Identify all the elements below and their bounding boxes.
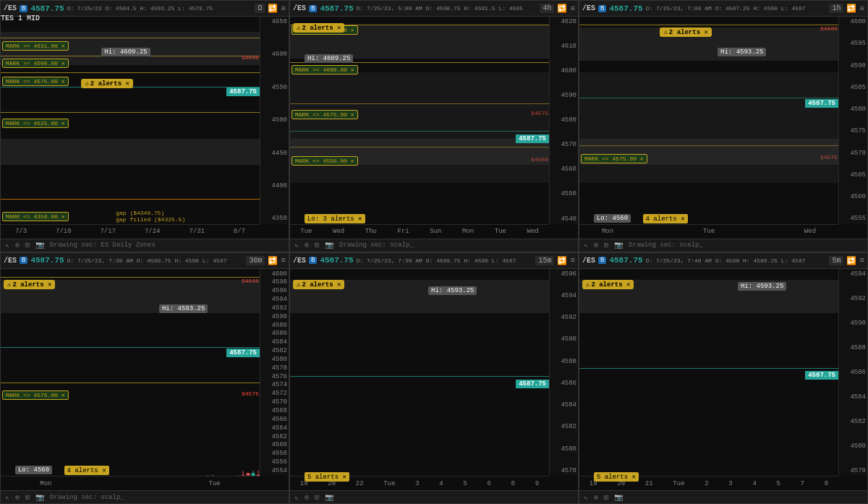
hi-lo-label-p4-0: Hi: 4593.25 xyxy=(159,304,208,313)
price-tick: 4590 xyxy=(841,62,866,69)
details-p3: D: 7/25/23, 7:00 AM O: 4587.25 H: 4590 L… xyxy=(646,5,827,12)
camera-icon[interactable]: 📷 xyxy=(325,241,333,249)
timeframe-p1[interactable]: D xyxy=(255,4,265,13)
chart-panel-p6: /ES B 4587.75 D: 7/25/23, 7:40 AM O: 458… xyxy=(579,252,868,505)
current-price-badge-p6: 4587.75 xyxy=(805,371,838,380)
timeframe-p6[interactable]: 5m xyxy=(829,256,843,265)
price-tick: 4580 xyxy=(841,106,866,113)
menu-icon-p5[interactable]: ≡ xyxy=(570,256,575,265)
chart-body-p1: 46504600455045004450440043504587.75MARK … xyxy=(1,17,289,239)
price-tick: 4582 xyxy=(551,423,576,430)
menu-icon-p3[interactable]: ≡ xyxy=(859,4,864,13)
price-tick: 4595 xyxy=(841,40,866,47)
cursor-icon[interactable]: ↖ xyxy=(5,241,9,249)
price-p6: 4587.75 xyxy=(609,256,642,265)
sync-icon-p3[interactable]: 🔁 xyxy=(846,4,856,13)
mark-label-p1-3[interactable]: MARK <= 4525.00 ✕ xyxy=(2,119,69,128)
sync-icon-p5[interactable]: 🔁 xyxy=(557,256,567,265)
current-price-badge-p1: 4587.75 xyxy=(226,87,260,96)
price-tick: 4560 xyxy=(262,441,287,448)
symbol-p1: /ES xyxy=(4,4,17,12)
cursor-icon[interactable]: ↖ xyxy=(294,493,299,502)
zoom-icon[interactable]: ⊞ xyxy=(604,241,608,249)
timeframe-p5[interactable]: 15m xyxy=(535,256,554,265)
camera-icon[interactable]: 📷 xyxy=(35,493,44,502)
mark-label-p1-1[interactable]: MARK >= 4600.00 ✕ xyxy=(2,59,69,68)
time-tick: 7/10 xyxy=(56,228,72,235)
price-line xyxy=(1,383,260,383)
price-tick: 4574 xyxy=(262,381,287,388)
time-tick: 3 xyxy=(415,480,419,487)
price-line xyxy=(579,25,838,25)
camera-icon[interactable]: 📷 xyxy=(614,493,623,502)
cursor-icon[interactable]: ↖ xyxy=(584,493,588,502)
timeframe-p4[interactable]: 30m xyxy=(246,256,265,265)
price-tick: 4500 xyxy=(262,116,287,124)
alert-tag-p5-0[interactable]: ⚠ 2 alerts ✕ xyxy=(293,280,344,289)
menu-icon-p1[interactable]: ≡ xyxy=(281,4,286,13)
mark-label-p4-0[interactable]: MARK <= 4575.00 ✕ xyxy=(2,390,69,400)
time-axis-p3: MonTueWed xyxy=(579,224,838,239)
chart-panel-p1: /ES B 4587.75 D: 7/25/23 O: 4584.5 H: 45… xyxy=(0,0,289,252)
alert-tag-p4-0[interactable]: ⚠ 2 alerts ✕ xyxy=(4,280,55,289)
chart-body-p4: 4600459845964594459245904588458645844582… xyxy=(1,269,289,491)
zoom-icon[interactable]: ⊞ xyxy=(25,493,30,502)
mark-label-p3-0[interactable]: MARK <= 4575.00 ✕ xyxy=(581,154,647,163)
price-tick: 4594 xyxy=(841,270,866,278)
current-price-badge-p3: 4587.75 xyxy=(805,99,838,108)
price-tick: 4558 xyxy=(262,450,287,457)
camera-icon[interactable]: 📷 xyxy=(35,241,44,249)
zoom-icon[interactable]: ⊞ xyxy=(25,241,30,249)
crosshair-icon[interactable]: ⊕ xyxy=(594,241,598,249)
price-tick: 4400 xyxy=(262,182,287,189)
mark-label-p2-2[interactable]: MARK <= 4575.00 ✕ xyxy=(292,110,358,119)
price-tick: 4580 xyxy=(551,445,576,453)
price-tick: 4562 xyxy=(262,433,287,440)
crosshair-icon[interactable]: ⊕ xyxy=(15,241,20,249)
alert-tag-p3-0[interactable]: ⚠ 2 alerts ✕ xyxy=(660,27,711,37)
toolbar-label: Drawing sec: scalp_ xyxy=(339,242,414,249)
zoom-icon[interactable]: ⊞ xyxy=(315,493,319,502)
price-scale-p3: 4600459545904585458045754570456545604555 xyxy=(838,17,867,224)
toolbar-p5: ↖ ⊕ ⊞ 📷 xyxy=(290,490,578,503)
crosshair-icon[interactable]: ⊕ xyxy=(594,493,598,502)
mark-label-p1-0[interactable]: MARK >= 4631.00 ✕ xyxy=(2,41,69,51)
price-tick: 4578 xyxy=(841,467,866,474)
camera-icon[interactable]: 📷 xyxy=(614,241,623,249)
time-tick: 4 xyxy=(752,480,756,487)
timeframe-p3[interactable]: 1h xyxy=(829,4,843,13)
crosshair-icon[interactable]: ⊕ xyxy=(305,493,309,502)
menu-icon-p2[interactable]: ≡ xyxy=(570,4,575,13)
camera-icon[interactable]: 📷 xyxy=(325,493,333,502)
alert-tag-p6-0[interactable]: ⚠ 2 alerts ✕ xyxy=(582,280,634,289)
price-tick: 4620 xyxy=(551,18,576,25)
cursor-icon[interactable]: ↖ xyxy=(294,241,299,249)
symbol-p4: /ES xyxy=(4,257,17,265)
price-tick: 4585 xyxy=(841,84,866,91)
zoom-icon[interactable]: ⊞ xyxy=(315,241,319,249)
alert-tag-p2-0[interactable]: ⚠ 2 alerts ✕ xyxy=(293,23,344,33)
crosshair-icon[interactable]: ⊕ xyxy=(305,241,309,249)
chart-panel-p3: /ES B 4587.75 D: 7/25/23, 7:00 AM O: 458… xyxy=(579,0,868,252)
timeframe-p2[interactable]: 4h xyxy=(540,4,554,13)
sync-icon-p6[interactable]: 🔁 xyxy=(846,256,856,265)
mark-label-p2-3[interactable]: MARK <= 4550.00 ✕ xyxy=(292,156,358,166)
sync-icon-p4[interactable]: 🔁 xyxy=(268,256,278,265)
price-tick: 4572 xyxy=(262,390,287,397)
sync-icon-p1[interactable]: 🔁 xyxy=(268,4,278,13)
menu-icon-p6[interactable]: ≡ xyxy=(859,256,864,265)
cursor-icon[interactable]: ↖ xyxy=(584,241,588,249)
zoom-icon[interactable]: ⊞ xyxy=(604,493,608,502)
cursor-icon[interactable]: ↖ xyxy=(5,493,9,502)
mark-label-p2-1[interactable]: MARK >= 4600.00 ✕ xyxy=(292,65,358,74)
sync-icon-p2[interactable]: 🔁 xyxy=(557,4,567,13)
price-tick: 4588 xyxy=(551,358,576,365)
alert-tag-p1-0[interactable]: ⚠ 2 alerts ✕ xyxy=(81,79,132,88)
crosshair-icon[interactable]: ⊕ xyxy=(15,493,20,502)
time-tick: Tue xyxy=(673,480,684,487)
details-p1: D: 7/25/23 O: 4584.5 H: 4593.25 L: 4579.… xyxy=(67,5,252,12)
mark-label-p1-2[interactable]: MARK <= 4575.00 ✕ xyxy=(2,77,69,86)
mark-label-p1-4[interactable]: MARK <= 4350.00 ✕ xyxy=(2,212,69,221)
menu-icon-p4[interactable]: ≡ xyxy=(281,256,286,265)
price-scale-p2: 462046104600459045804570456045504540 xyxy=(549,17,578,224)
